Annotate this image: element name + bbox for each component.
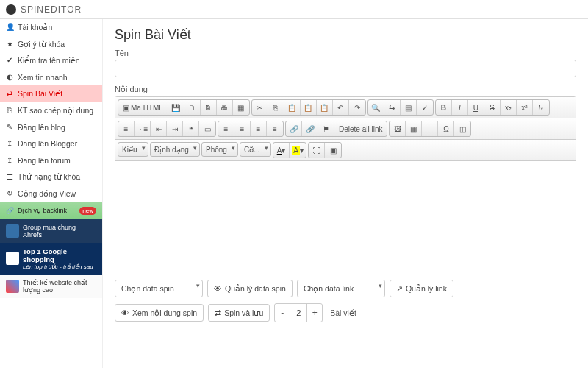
- sidebar-item-8[interactable]: ↥Đăng lên forum: [0, 152, 102, 169]
- sidebar-icon: ↥: [6, 139, 13, 148]
- sidebar-item-7[interactable]: ↥Đăng lên Blogger: [0, 135, 102, 152]
- image-icon[interactable]: 🖼: [390, 121, 406, 136]
- link-icon[interactable]: 🔗: [286, 121, 302, 136]
- sidebar-icon: ⎘: [6, 106, 13, 115]
- paste-icon[interactable]: 📋: [284, 100, 301, 115]
- content-label: Nội dung: [115, 85, 576, 94]
- sidebar-item-1[interactable]: ★Gợi ý từ khóa: [0, 36, 102, 53]
- maximize-icon[interactable]: ⛶: [309, 143, 325, 158]
- paste-text-icon[interactable]: 📋: [301, 100, 317, 115]
- name-input[interactable]: [115, 60, 576, 77]
- show-blocks-icon[interactable]: ▣: [325, 143, 341, 158]
- source-html-button[interactable]: ▣ Mã HTML: [118, 100, 168, 115]
- anchor-icon[interactable]: ⚑: [318, 121, 334, 136]
- select-all-icon[interactable]: ▤: [401, 100, 417, 115]
- style-select[interactable]: Kiểu: [118, 142, 148, 157]
- align-justify-icon[interactable]: ≡: [267, 121, 283, 136]
- sidebar-icon: ◐: [6, 73, 13, 82]
- sidebar-web-design[interactable]: Thiết kế website chất lượng cao: [0, 275, 102, 298]
- sidebar-item-label: Đăng lên Blogger: [18, 139, 77, 149]
- print-icon[interactable]: 🖶: [217, 100, 233, 115]
- bullet-list-icon[interactable]: ⋮≡: [135, 121, 151, 136]
- bg-color-icon[interactable]: A▾: [290, 143, 306, 158]
- div-icon[interactable]: ▭: [199, 121, 215, 136]
- delete-all-link-button[interactable]: Delete all link: [334, 121, 387, 136]
- iframe-icon[interactable]: ◫: [454, 121, 470, 136]
- numbered-list-icon[interactable]: ≡: [118, 121, 135, 136]
- sidebar: 👤Tài khoản★Gợi ý từ khóa✔Kiểm tra tên mi…: [0, 19, 103, 368]
- qty-minus-button[interactable]: -: [275, 304, 290, 322]
- format-select[interactable]: Định dạng: [150, 142, 200, 157]
- posts-label: Bài viết: [327, 308, 359, 317]
- copy-icon[interactable]: ⎘: [268, 100, 284, 115]
- link-icon: 🔗: [6, 207, 14, 214]
- manage-link-button[interactable]: ↗ Quản lý link: [390, 280, 453, 297]
- sidebar-item-label: Đăng lên forum: [18, 156, 71, 166]
- link-data-select[interactable]: Chọn data link: [297, 280, 385, 297]
- main-content: Spin Bài Viết Tên Nội dung ▣ Mã HTML 💾 🗋…: [103, 19, 588, 368]
- table-icon[interactable]: ▦: [406, 121, 422, 136]
- sidebar-google-shopping[interactable]: Top 1 Google shoppingLên top trước - trả…: [0, 243, 102, 275]
- sidebar-icon: ★: [6, 40, 13, 49]
- cut-icon[interactable]: ✂: [252, 100, 268, 115]
- manage-spin-button[interactable]: 👁 Quản lý data spin: [207, 280, 293, 297]
- ahrefs-icon: [6, 224, 19, 238]
- sidebar-item-4[interactable]: ⇄Spin Bài Viết: [0, 85, 102, 102]
- sidebar-ahrefs[interactable]: Group mua chung Ahrefs: [0, 219, 102, 243]
- sidebar-item-0[interactable]: 👤Tài khoản: [0, 19, 102, 36]
- superscript-icon[interactable]: x²: [517, 100, 533, 115]
- sidebar-item-5[interactable]: ⎘KT sao chép nội dung: [0, 102, 102, 119]
- template-icon[interactable]: ▦: [233, 100, 249, 115]
- sidebar-item-6[interactable]: ✎Đăng lên blog: [0, 119, 102, 136]
- find-icon[interactable]: 🔍: [368, 100, 384, 115]
- bold-icon[interactable]: B: [436, 100, 452, 115]
- qty-plus-button[interactable]: +: [307, 304, 322, 322]
- sidebar-item-label: Spin Bài Viết: [18, 89, 62, 99]
- page-title: Spin Bài Viết: [115, 26, 576, 43]
- view-spin-button[interactable]: 👁 Xem nội dung spin: [115, 304, 204, 322]
- strike-icon[interactable]: S: [484, 100, 501, 115]
- preview-icon[interactable]: 🗎: [201, 100, 217, 115]
- italic-icon[interactable]: I: [452, 100, 468, 115]
- spin-data-select[interactable]: Chọn data spin: [115, 280, 203, 297]
- new-page-icon[interactable]: 🗋: [184, 100, 201, 115]
- design-icon: [6, 280, 19, 293]
- undo-icon[interactable]: ↶: [333, 100, 349, 115]
- sidebar-item-9[interactable]: ☰Thứ hạng từ khóa: [0, 169, 102, 185]
- hr-icon[interactable]: —: [422, 121, 438, 136]
- toolbar-row-2: ≡ ⋮≡ ⇤ ⇥ ❝ ▭ ≡ ≡ ≡ ≡ 🔗 🔗̸ ⚑ Dele: [115, 118, 576, 140]
- spin-save-button[interactable]: ⇄ Spin và lưu: [208, 304, 270, 322]
- sidebar-item-3[interactable]: ◐Xem tin nhanh: [0, 69, 102, 86]
- font-select[interactable]: Phông: [201, 142, 238, 157]
- controls-row-1: Chọn data spin 👁 Quản lý data spin Chọn …: [115, 280, 576, 297]
- save-icon[interactable]: 💾: [168, 100, 184, 115]
- unlink-icon[interactable]: 🔗̸: [302, 121, 318, 136]
- text-color-icon[interactable]: A▾: [273, 143, 290, 158]
- sidebar-item-2[interactable]: ✔Kiểm tra tên miền: [0, 52, 102, 69]
- underline-icon[interactable]: U: [468, 100, 484, 115]
- align-left-icon[interactable]: ≡: [218, 121, 234, 136]
- align-right-icon[interactable]: ≡: [251, 121, 267, 136]
- sidebar-item-label: Đăng lên blog: [18, 123, 65, 132]
- sidebar-item-label: Tài khoản: [18, 23, 52, 32]
- editor-content-area[interactable]: [115, 161, 576, 272]
- outdent-icon[interactable]: ⇤: [151, 121, 167, 136]
- redo-icon[interactable]: ↷: [349, 100, 365, 115]
- align-center-icon[interactable]: ≡: [234, 121, 251, 136]
- indent-icon[interactable]: ⇥: [167, 121, 183, 136]
- toolbar-row-3: Kiểu Định dạng Phông Cỡ... A▾ A▾ ⛶ ▣: [115, 140, 576, 161]
- name-label: Tên: [115, 49, 576, 57]
- sidebar-icon: ↥: [6, 156, 13, 165]
- subscript-icon[interactable]: x₂: [501, 100, 517, 115]
- controls-row-2: 👁 Xem nội dung spin ⇄ Spin và lưu - 2 + …: [115, 303, 576, 322]
- sidebar-item-label: Cộng đồng View: [18, 189, 76, 199]
- size-select[interactable]: Cỡ...: [240, 142, 271, 157]
- special-char-icon[interactable]: Ω: [438, 121, 454, 136]
- spellcheck-icon[interactable]: ✓: [417, 100, 433, 115]
- paste-word-icon[interactable]: 📋: [317, 100, 333, 115]
- replace-icon[interactable]: ⇆: [384, 100, 401, 115]
- sidebar-backlink[interactable]: 🔗Dịch vụ backlinknew: [0, 202, 102, 219]
- blockquote-icon[interactable]: ❝: [183, 121, 199, 136]
- remove-format-icon[interactable]: Iₓ: [533, 100, 549, 115]
- sidebar-item-10[interactable]: ↻Cộng đồng View: [0, 185, 102, 202]
